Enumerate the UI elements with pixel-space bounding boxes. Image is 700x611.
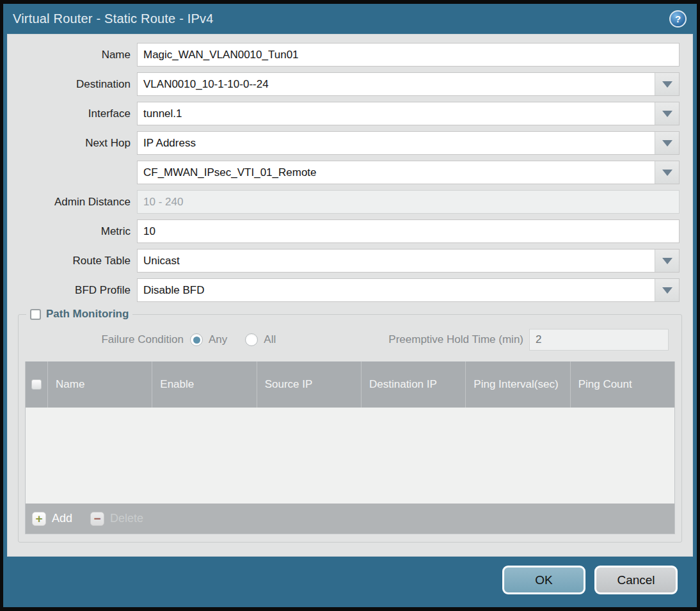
- admin-distance-label: Admin Distance: [8, 196, 137, 209]
- failure-condition-row: Failure Condition Any All Preemptive Hol…: [25, 328, 675, 351]
- bfd-profile-dropdown-button[interactable]: [655, 279, 679, 301]
- route-table-label: Route Table: [8, 255, 137, 267]
- chevron-down-icon: [662, 81, 672, 88]
- bfd-profile-value[interactable]: Disable BFD: [138, 279, 655, 301]
- failure-condition-label: Failure Condition: [25, 333, 190, 346]
- column-header-ping-interval[interactable]: Ping Interval(sec): [465, 361, 569, 408]
- plus-icon: +: [32, 512, 46, 526]
- dialog-title: Virtual Router - Static Route - IPv4: [13, 12, 214, 26]
- interface-value[interactable]: tunnel.1: [138, 102, 655, 125]
- column-header-destination-ip[interactable]: Destination IP: [361, 361, 465, 408]
- preemptive-hold-time-label: Preemptive Hold Time (min): [388, 333, 529, 346]
- route-table-dropdown[interactable]: Unicast: [137, 249, 680, 273]
- radio-all-label: All: [264, 333, 276, 346]
- destination-value[interactable]: VLAN0010_10-1-10-0--24: [138, 73, 655, 95]
- path-monitoring-checkbox[interactable]: [30, 309, 41, 320]
- radio-any-label: Any: [209, 333, 227, 346]
- radio-all-icon[interactable]: [245, 333, 258, 346]
- destination-label: Destination: [8, 78, 137, 91]
- cancel-button[interactable]: Cancel: [594, 566, 678, 594]
- metric-label: Metric: [8, 225, 137, 238]
- next-hop-address-dropdown[interactable]: CF_MWAN_IPsec_VTI_01_Remote: [137, 161, 680, 184]
- bfd-profile-dropdown[interactable]: Disable BFD: [137, 278, 680, 302]
- path-monitoring-section: Path Monitoring Failure Condition Any Al…: [18, 308, 682, 543]
- form-row-metric: Metric: [8, 219, 680, 243]
- table-header-row: Name Enable Source IP Destination IP Pin…: [26, 361, 674, 408]
- chevron-down-icon: [662, 111, 672, 117]
- failure-condition-option-all[interactable]: All: [245, 333, 276, 346]
- delete-button[interactable]: − Delete: [90, 512, 143, 526]
- dialog-window: Virtual Router - Static Route - IPv4 ? N…: [3, 4, 697, 607]
- form-row-interface: Interface tunnel.1: [8, 102, 680, 125]
- form-row-name: Name: [8, 43, 680, 67]
- path-monitoring-legend: Path Monitoring: [26, 308, 132, 321]
- chevron-down-icon: [662, 170, 672, 176]
- add-button-label: Add: [52, 512, 72, 525]
- route-table-value[interactable]: Unicast: [138, 250, 655, 272]
- next-hop-label: Next Hop: [8, 137, 137, 150]
- chevron-down-icon: [662, 258, 672, 264]
- failure-condition-option-any[interactable]: Any: [190, 333, 227, 346]
- column-header-enable[interactable]: Enable: [152, 361, 256, 408]
- ok-button[interactable]: OK: [502, 566, 585, 594]
- form-row-route-table: Route Table Unicast: [8, 249, 680, 273]
- next-hop-dropdown[interactable]: IP Address: [137, 131, 680, 155]
- form-row-next-hop: Next Hop IP Address: [8, 131, 680, 155]
- delete-button-label: Delete: [110, 512, 143, 525]
- interface-label: Interface: [8, 107, 137, 120]
- next-hop-dropdown-button[interactable]: [655, 132, 679, 154]
- destination-dropdown[interactable]: VLAN0010_10-1-10-0--24: [137, 72, 680, 96]
- form-row-bfd-profile: BFD Profile Disable BFD: [8, 278, 680, 302]
- metric-input[interactable]: [137, 219, 680, 243]
- next-hop-value[interactable]: IP Address: [138, 132, 655, 154]
- form-row-admin-distance: Admin Distance: [8, 190, 680, 214]
- dialog-action-buttons: OK Cancel: [502, 566, 678, 594]
- checkbox-icon: [31, 379, 42, 390]
- route-table-dropdown-button[interactable]: [655, 250, 679, 272]
- destination-dropdown-button[interactable]: [655, 73, 679, 95]
- help-icon[interactable]: ?: [669, 10, 687, 28]
- chevron-down-icon: [662, 287, 672, 294]
- form-panel: Name Destination VLAN0010_10-1-10-0--24 …: [7, 34, 693, 557]
- column-header-source-ip[interactable]: Source IP: [257, 361, 361, 408]
- path-monitoring-table: Name Enable Source IP Destination IP Pin…: [25, 361, 675, 534]
- name-label: Name: [8, 49, 137, 61]
- add-button[interactable]: + Add: [32, 512, 72, 526]
- column-header-name[interactable]: Name: [47, 361, 152, 408]
- chevron-down-icon: [662, 140, 672, 147]
- form-row-destination: Destination VLAN0010_10-1-10-0--24: [8, 72, 680, 96]
- name-input[interactable]: [137, 43, 680, 67]
- select-all-checkbox[interactable]: [26, 361, 47, 408]
- next-hop-address-value[interactable]: CF_MWAN_IPsec_VTI_01_Remote: [138, 161, 655, 184]
- minus-icon: −: [90, 512, 104, 526]
- title-bar: Virtual Router - Static Route - IPv4 ?: [3, 4, 697, 34]
- next-hop-address-dropdown-button[interactable]: [655, 161, 679, 184]
- interface-dropdown-button[interactable]: [655, 102, 679, 125]
- table-body-empty: [26, 408, 674, 504]
- form-row-next-hop-address: CF_MWAN_IPsec_VTI_01_Remote: [8, 161, 680, 184]
- admin-distance-input[interactable]: [137, 190, 680, 214]
- bfd-profile-label: BFD Profile: [8, 284, 137, 297]
- interface-dropdown[interactable]: tunnel.1: [137, 102, 680, 125]
- preemptive-hold-time-input[interactable]: [529, 329, 669, 351]
- radio-any-icon[interactable]: [190, 333, 203, 346]
- path-monitoring-title: Path Monitoring: [46, 308, 129, 321]
- column-header-ping-count[interactable]: Ping Count: [570, 361, 674, 408]
- table-footer-bar: + Add − Delete: [26, 504, 674, 534]
